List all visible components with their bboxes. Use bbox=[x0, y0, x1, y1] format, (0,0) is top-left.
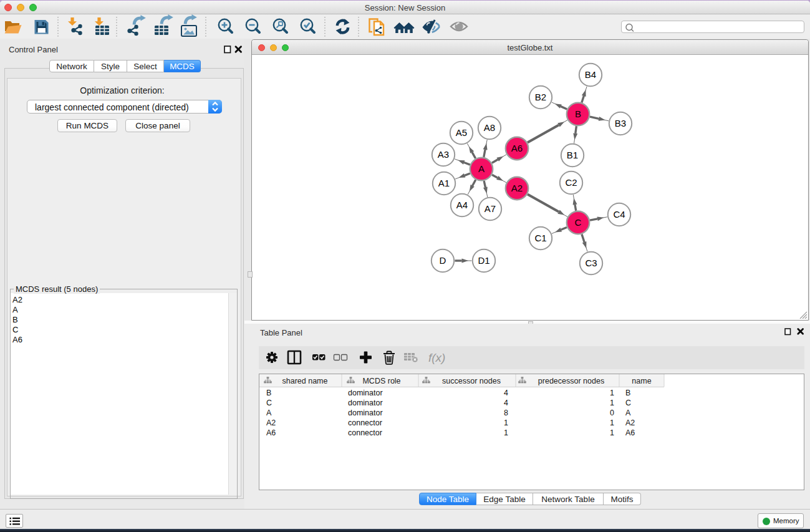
svg-text:A4: A4 bbox=[456, 200, 468, 210]
svg-text:A: A bbox=[266, 409, 272, 417]
svg-text:B3: B3 bbox=[615, 118, 626, 128]
svg-text:successor nodes: successor nodes bbox=[442, 377, 501, 385]
svg-text:name: name bbox=[632, 377, 651, 385]
svg-text:C: C bbox=[575, 217, 582, 228]
svg-text:C3: C3 bbox=[585, 258, 597, 268]
svg-text:1: 1 bbox=[610, 389, 614, 397]
svg-text:MCDS role: MCDS role bbox=[362, 377, 400, 385]
svg-text:C: C bbox=[266, 399, 272, 407]
svg-text:C2: C2 bbox=[565, 177, 577, 188]
svg-text:A: A bbox=[478, 163, 485, 174]
svg-text:B1: B1 bbox=[567, 150, 578, 160]
svg-text:1: 1 bbox=[504, 428, 508, 437]
svg-text:1: 1 bbox=[610, 428, 614, 437]
svg-text:dominator: dominator bbox=[348, 399, 383, 407]
svg-text:D: D bbox=[440, 255, 446, 266]
svg-text:1: 1 bbox=[610, 418, 614, 427]
svg-text:B: B bbox=[266, 389, 271, 397]
svg-text:A6: A6 bbox=[625, 428, 635, 437]
svg-text:A2: A2 bbox=[625, 418, 635, 427]
svg-text:1: 1 bbox=[610, 399, 614, 407]
svg-text:B2: B2 bbox=[535, 92, 546, 102]
svg-text:C1: C1 bbox=[534, 233, 546, 243]
svg-text:A6: A6 bbox=[511, 143, 523, 153]
svg-text:1: 1 bbox=[504, 418, 508, 427]
svg-text:connector: connector bbox=[348, 428, 382, 437]
svg-text:D1: D1 bbox=[478, 255, 489, 266]
svg-text:A7: A7 bbox=[485, 203, 496, 214]
svg-text:A3: A3 bbox=[438, 149, 449, 160]
svg-text:shared name: shared name bbox=[282, 377, 328, 385]
svg-text:C: C bbox=[625, 399, 631, 407]
svg-text:4: 4 bbox=[504, 389, 508, 397]
svg-text:B4: B4 bbox=[585, 69, 596, 80]
svg-text:connector: connector bbox=[348, 418, 382, 427]
svg-text:dominator: dominator bbox=[348, 409, 383, 417]
svg-text:B: B bbox=[625, 389, 630, 397]
svg-text:A2: A2 bbox=[511, 183, 523, 193]
svg-text:A8: A8 bbox=[484, 122, 495, 133]
svg-text:4: 4 bbox=[504, 399, 508, 407]
svg-text:dominator: dominator bbox=[348, 389, 383, 397]
svg-text:A5: A5 bbox=[456, 127, 467, 138]
svg-text:C4: C4 bbox=[613, 209, 625, 220]
svg-text:predecessor nodes: predecessor nodes bbox=[538, 377, 604, 385]
svg-text:0: 0 bbox=[610, 409, 614, 417]
svg-text:A2: A2 bbox=[266, 418, 276, 427]
svg-text:A1: A1 bbox=[438, 178, 450, 188]
svg-text:8: 8 bbox=[504, 409, 508, 417]
svg-text:B: B bbox=[575, 109, 581, 119]
svg-text:f(x): f(x) bbox=[428, 351, 445, 364]
svg-text:A6: A6 bbox=[266, 428, 276, 437]
svg-text:A: A bbox=[625, 409, 631, 417]
